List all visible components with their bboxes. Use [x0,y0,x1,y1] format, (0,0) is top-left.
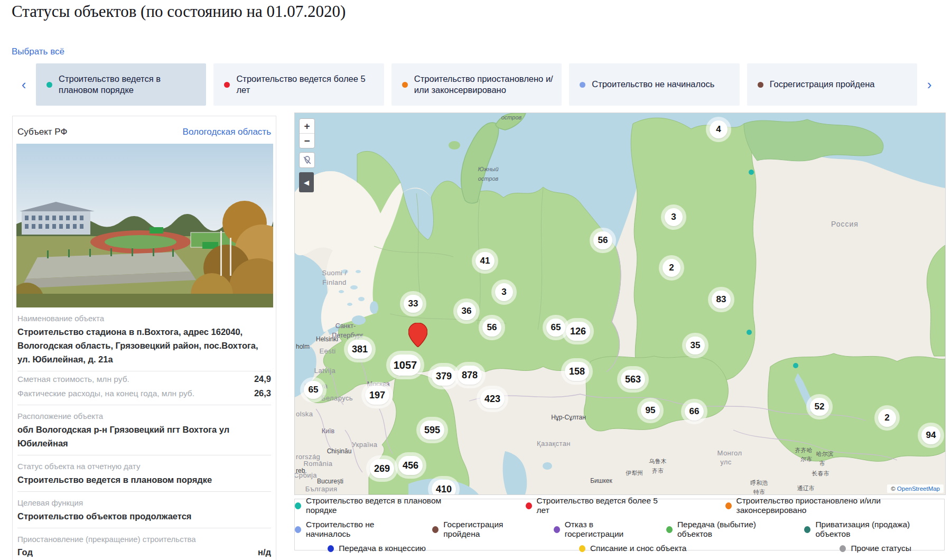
cluster-marker[interactable]: 3 [665,208,683,226]
cluster-marker[interactable]: 269 [370,459,394,478]
legend-dot-icon [804,526,810,533]
location-pin[interactable] [408,323,427,349]
object-fields: Наименование объектаСтроительство стадио… [16,313,272,560]
field-label: Наименование объекта [17,313,271,324]
cluster-marker[interactable]: 158 [565,362,589,381]
cluster-marker[interactable]: 35 [686,337,705,354]
legend-dot-icon [328,545,334,552]
status-dot-icon [580,82,585,88]
legend-item: Приватизация (продажа) объектов [804,520,944,539]
subject-region-link[interactable]: Вологодская область [183,127,271,137]
legend-dot-icon [295,526,301,533]
cluster-marker[interactable]: 381 [348,340,372,359]
cluster-marker[interactable]: 65 [304,381,323,399]
status-tab-label: Госрегистрация пройдена [770,79,875,90]
field-label: Расположение объекта [17,411,271,422]
legend-item: Строительство ведется в плановом порядке [295,496,468,515]
openstreetmap-link[interactable]: OpenStreetMap [897,486,940,492]
legend-item: Прочие статусы [840,544,911,553]
cluster-marker[interactable]: 66 [685,403,704,421]
cluster-marker[interactable]: 197 [365,386,389,405]
pin-off-icon [303,156,312,165]
status-tabs-bar: ‹ Строительство ведется в плановом поряд… [12,63,941,106]
object-marker-dot[interactable] [749,170,754,175]
select-all-link[interactable]: Выбрать всё [12,46,64,57]
cluster-marker[interactable]: 1057 [390,354,421,376]
legend-dot-icon [666,526,673,533]
legend-item: Передача (выбытие) объектов [666,520,790,539]
field-label: Целевая функция [17,498,271,508]
legend-item: Строительство не начиналось [295,520,418,539]
cluster-marker[interactable]: 95 [641,402,660,419]
field-value: Строительство объектов продолжается [17,509,271,523]
status-tab-2[interactable]: Строительство приостановлено и/или закон… [391,63,562,106]
field-value: обл Вологодская р-н Грязовецкий пгт Вохт… [17,423,271,450]
cluster-marker[interactable]: 56 [593,231,612,249]
legend-item: Строительство ведется более 5 лет [526,496,667,515]
status-dot-icon [224,82,230,88]
object-photo [16,144,273,307]
field-pair-row: Фактические расходы, на конец года, млн … [17,387,271,400]
status-tab-1[interactable]: Строительство ведется более 5 лет [213,63,384,106]
legend-item: Госрегистрация пройдена [432,520,539,539]
cluster-marker[interactable]: 83 [712,291,731,309]
status-tab-0[interactable]: Строительство ведется в плановом порядке [36,63,206,106]
zoom-out-button[interactable]: − [300,133,314,148]
status-dot-icon [46,82,52,88]
legend-dot-icon [526,502,532,509]
tabs-prev-chevron-icon[interactable]: ‹ [12,77,36,93]
legend-dot-icon [554,526,560,533]
object-details-panel: Субъект РФ Вологодская область [12,116,276,560]
cluster-marker[interactable]: 41 [476,252,495,270]
cluster-marker[interactable]: 126 [566,322,590,341]
map-attribution: © OpenStreetMap [887,484,944,493]
cluster-marker[interactable]: 65 [546,319,565,337]
cluster-marker[interactable]: 94 [921,426,940,444]
subject-label: Субъект РФ [17,127,67,137]
status-tabs: Строительство ведется в плановом порядке… [36,63,917,106]
field-pair-row: Годн/д [17,546,271,559]
legend-dot-icon [432,526,439,533]
collapse-panel-button[interactable]: ◀ [299,172,314,192]
copyright-icon: © [891,486,895,492]
map[interactable]: островЮжныйостровSuomi /FinlandСанкт-Пет… [294,113,946,495]
zoom-in-button[interactable]: + [300,119,314,133]
cluster-marker[interactable]: 3 [495,283,513,301]
cluster-marker[interactable]: 379 [432,367,456,386]
object-marker-dot[interactable] [747,330,752,335]
field-label: Статус объекта на отчетную дату [17,461,271,472]
tabs-next-chevron-icon[interactable]: › [917,77,941,93]
cluster-marker[interactable]: 595 [420,421,444,440]
status-tab-4[interactable]: Госрегистрация пройдена [747,63,917,106]
field-label: Приостановление (прекращение) строительс… [17,534,271,545]
cluster-marker[interactable]: 52 [810,398,829,416]
status-tab-label: Строительство ведется более 5 лет [236,73,376,96]
disable-pin-button[interactable] [299,152,315,168]
status-tab-3[interactable]: Строительство не начиналось [569,63,739,106]
field-value: Строительство ведется в плановом порядке [17,473,271,487]
cluster-marker[interactable]: 36 [457,302,476,320]
status-tab-label: Строительство не начиналось [592,79,714,90]
field-value: Строительство стадиона в п.Вохтога, адре… [17,325,271,366]
status-dot-icon [402,82,408,88]
legend-item: Строительство приостановлено и/или закон… [725,496,944,515]
cluster-marker[interactable]: 878 [458,366,482,385]
legend-dot-icon [579,545,585,552]
legend-dot-icon [295,502,301,509]
cluster-marker[interactable]: 410 [432,480,456,495]
cluster-marker[interactable]: 56 [482,319,501,337]
cluster-marker[interactable]: 456 [398,456,423,475]
legend-item: Списание и снос объекта [579,544,687,553]
cluster-marker[interactable]: 2 [663,259,680,277]
field-pair-row: Сметная стоимость, млн руб.24,9 [17,372,271,386]
map-legend: Строительство ведется в плановом порядке… [294,499,945,550]
cluster-marker[interactable]: 563 [621,370,645,389]
status-tab-label: Строительство ведется в плановом порядке [59,73,199,96]
cluster-marker[interactable]: 33 [404,295,423,313]
cluster-marker[interactable]: 2 [878,409,896,427]
cluster-marker[interactable]: 423 [480,389,505,408]
object-marker-dot[interactable] [793,363,798,368]
cluster-marker[interactable]: 4 [710,120,728,138]
map-geography [295,113,945,494]
status-tab-label: Строительство приостановлено и/или закон… [414,73,554,96]
